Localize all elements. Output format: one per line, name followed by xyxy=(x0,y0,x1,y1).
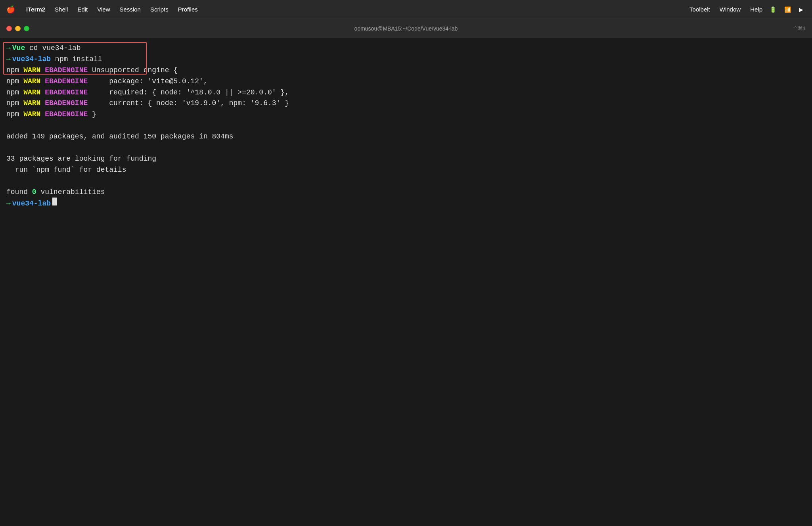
cmd-2: npm install xyxy=(51,54,102,65)
menu-scripts[interactable]: Scripts xyxy=(146,4,173,14)
menubar: 🍎 iTerm2 Shell Edit View Session Scripts… xyxy=(0,0,812,19)
warn-detail-3: required: { node: '^18.0.0 || >=20.0.0' … xyxy=(88,87,289,98)
vuln-prefix: found xyxy=(6,187,32,198)
warn-detail-1: Unsupported engine { xyxy=(88,65,178,76)
warn-engine-2: EBADENGINE xyxy=(40,76,88,87)
battery-icon: 🔋 xyxy=(767,6,779,13)
funding-line-2: run `npm fund` for details xyxy=(6,165,806,176)
warn-label-5: WARN xyxy=(23,109,40,120)
app-name[interactable]: iTerm2 xyxy=(21,4,50,14)
menu-profiles[interactable]: Profiles xyxy=(173,4,203,14)
prompt-dir-2: vue34-lab xyxy=(12,54,51,65)
spacer-3 xyxy=(6,176,806,187)
warn-line-2: npm WARN EBADENGINE package: 'vite@5.0.1… xyxy=(6,76,806,87)
menu-view[interactable]: View xyxy=(92,4,115,14)
funding-line-1: 33 packages are looking for funding xyxy=(6,154,806,165)
minimize-button[interactable] xyxy=(15,26,21,31)
wifi-icon: 📶 xyxy=(782,6,793,13)
warn-detail-5: } xyxy=(88,109,96,120)
menu-session[interactable]: Session xyxy=(115,4,146,14)
prompt-dir-1: Vue xyxy=(12,43,25,54)
vuln-suffix: vulnerabilities xyxy=(36,187,105,198)
warn-line-1: npm WARN EBADENGINE Unsupported engine { xyxy=(6,65,806,76)
added-text: added 149 packages, and audited 150 pack… xyxy=(6,131,234,142)
iterm2-window: oomusou@MBA15:~/Code/Vue/vue34-lab ⌃⌘1 →… xyxy=(0,19,812,526)
warn-npm-3: npm xyxy=(6,87,23,98)
warn-npm-2: npm xyxy=(6,76,23,87)
menu-toolbelt[interactable]: Toolbelt xyxy=(685,4,715,14)
added-packages-line: added 149 packages, and audited 150 pack… xyxy=(6,131,806,142)
warn-engine-5: EBADENGINE xyxy=(40,109,88,120)
warn-npm-4: npm xyxy=(6,98,23,109)
funding-text-1: 33 packages are looking for funding xyxy=(6,154,156,165)
window-title: oomusou@MBA15:~/Code/Vue/vue34-lab xyxy=(354,25,458,32)
close-button[interactable] xyxy=(6,26,12,31)
spacer-2 xyxy=(6,142,806,154)
shortcut-label: ⌃⌘1 xyxy=(793,25,806,31)
funding-text-2: run `npm fund` for details xyxy=(6,165,126,176)
menu-edit[interactable]: Edit xyxy=(73,4,92,14)
warn-line-3: npm WARN EBADENGINE required: { node: '^… xyxy=(6,87,806,98)
cursor xyxy=(52,198,57,205)
title-bar: oomusou@MBA15:~/Code/Vue/vue34-lab ⌃⌘1 xyxy=(0,19,812,38)
traffic-lights xyxy=(6,26,29,31)
clock: ▶ xyxy=(797,6,806,13)
warn-engine-1: EBADENGINE xyxy=(40,65,88,76)
final-prompt-arrow: → xyxy=(6,198,11,209)
warn-detail-2: package: 'vite@5.0.12', xyxy=(88,76,207,87)
warn-npm-1: npm xyxy=(6,65,23,76)
warn-label-1: WARN xyxy=(23,65,40,76)
maximize-button[interactable] xyxy=(24,26,29,31)
warn-label-2: WARN xyxy=(23,76,40,87)
cmd-1: cd vue34-lab xyxy=(25,43,80,54)
spacer-1 xyxy=(6,120,806,131)
vuln-count: 0 xyxy=(32,187,36,198)
prompt-arrow-1: → xyxy=(6,43,11,54)
warn-engine-3: EBADENGINE xyxy=(40,87,88,98)
warn-label-4: WARN xyxy=(23,98,40,109)
warn-engine-4: EBADENGINE xyxy=(40,98,88,109)
warn-line-4: npm WARN EBADENGINE current: { node: 'v1… xyxy=(6,98,806,109)
warn-line-5: npm WARN EBADENGINE } xyxy=(6,109,806,120)
final-prompt[interactable]: → vue34-lab xyxy=(6,198,806,209)
command-line-1: → Vue cd vue34-lab xyxy=(6,43,806,54)
warn-label-3: WARN xyxy=(23,87,40,98)
menu-window[interactable]: Window xyxy=(715,4,745,14)
warn-npm-5: npm xyxy=(6,109,23,120)
menu-shell[interactable]: Shell xyxy=(50,4,73,14)
final-prompt-dir: vue34-lab xyxy=(12,198,51,209)
terminal-output[interactable]: → Vue cd vue34-lab → vue34-lab npm insta… xyxy=(0,38,812,526)
command-line-2: → vue34-lab npm install xyxy=(6,54,806,65)
menubar-right-items: 🔋 📶 ▶ xyxy=(767,6,806,13)
prompt-arrow-2: → xyxy=(6,54,11,65)
vuln-line: found 0 vulnerabilities xyxy=(6,187,806,198)
apple-menu[interactable]: 🍎 xyxy=(6,5,15,14)
warn-detail-4: current: { node: 'v19.9.0', npm: '9.6.3'… xyxy=(88,98,289,109)
menu-help[interactable]: Help xyxy=(745,4,767,14)
